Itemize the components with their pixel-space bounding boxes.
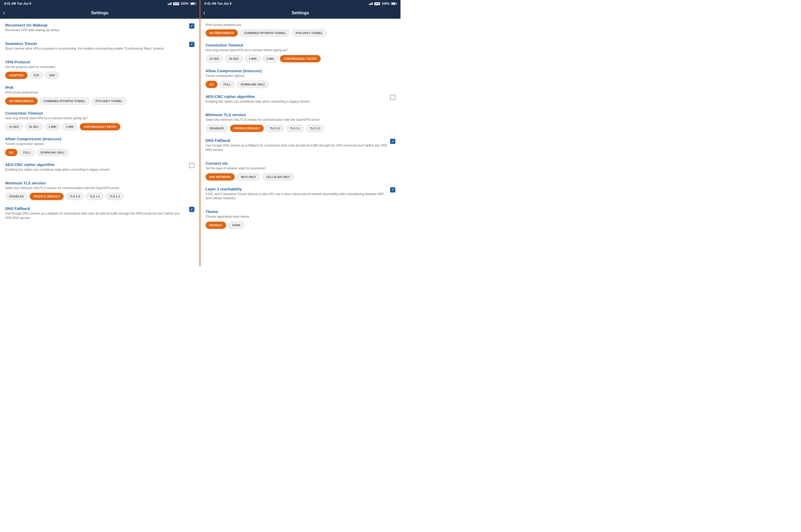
- setting-title-dns_fallback: DNS Fallback: [5, 206, 186, 211]
- setting-title-connect_via: Connect via: [206, 161, 395, 166]
- ipv6-top-label: IPv6 tunnel preferences: [206, 23, 395, 27]
- setting-content-dns_fallback: DNS FallbackUse Google DNS servers as a …: [206, 138, 390, 155]
- option-pill-2-min[interactable]: 2 MIN: [262, 55, 278, 62]
- setting-desc-seamless: Block Internet while VPN is paused or re…: [5, 46, 186, 51]
- setting-row-reconnect: Reconnect On WakeupReconnect VPN after w…: [5, 23, 194, 35]
- section-aes_cbc: AES-CBC cipher algorithmEnabling this op…: [5, 163, 194, 174]
- option-pill-dark[interactable]: DARK: [228, 222, 244, 229]
- nav-title-left: Settings: [91, 11, 108, 16]
- setting-title-theme: Theme: [206, 209, 395, 214]
- battery-icon-left: [190, 2, 195, 5]
- checkmark-icon: ✓: [391, 188, 394, 191]
- signal-bar-1: [168, 4, 168, 5]
- section-aes_cbc: AES-CBC cipher algorithmEnabling this op…: [206, 94, 395, 107]
- option-pill-tcp[interactable]: TCP: [30, 72, 43, 79]
- checkbox[interactable]: ✓: [390, 139, 395, 144]
- setting-title-aes_cbc: AES-CBC cipher algorithm: [206, 94, 387, 99]
- option-pill-1-min[interactable]: 1 MIN: [245, 55, 260, 62]
- option-pill-adaptive[interactable]: ADAPTIVE: [5, 72, 27, 79]
- option-pill-downlink-only[interactable]: DOWNLINK ONLY: [237, 81, 269, 88]
- option-pill-tls-1.0[interactable]: TLS 1.0: [66, 193, 84, 200]
- option-pill-continuously-retry[interactable]: CONTINUOUSLY RETRY: [280, 55, 321, 62]
- checkbox[interactable]: ✓: [189, 23, 194, 28]
- checkbox[interactable]: [390, 95, 395, 100]
- options-row: NO PREFERENCECOMBINED IPV4/IPV6 TUNNELIP…: [5, 97, 194, 105]
- option-pill-combined-ipv4/ipv6-tunnel[interactable]: COMBINED IPV4/IPV6 TUNNEL: [240, 30, 290, 37]
- option-pill-no[interactable]: NO: [5, 149, 17, 156]
- day-left: Tue Jan 9: [17, 2, 31, 5]
- option-pill-disabled[interactable]: DISABLED: [206, 125, 228, 132]
- setting-row-layer2: Layer 2 reachabilityIf ON, and if Seamle…: [206, 187, 395, 203]
- section-dns_fallback: DNS FallbackUse Google DNS servers as a …: [206, 138, 395, 155]
- option-pill-tls-1.1[interactable]: TLS 1.1: [286, 125, 304, 132]
- day-right: Tue Jan 9: [217, 2, 231, 5]
- setting-title-compression: Allow Compression (insecure): [5, 137, 194, 141]
- setting-desc-compression: Tunnel compression options: [5, 142, 194, 146]
- option-pill-10-sec[interactable]: 10 SEC: [206, 55, 223, 62]
- option-pill-full[interactable]: FULL: [220, 81, 235, 88]
- setting-desc-connect_via: Set the type of network used for connect…: [206, 166, 395, 171]
- setting-title-ipv6: IPv6: [5, 85, 194, 90]
- option-pill-profile-default[interactable]: PROFILE DEFAULT: [30, 193, 64, 200]
- checkbox[interactable]: [189, 163, 194, 168]
- option-pill-downlink-only[interactable]: DOWNLINK ONLY: [37, 149, 69, 156]
- option-pill-tls-1.2[interactable]: TLS 1.2: [106, 193, 124, 200]
- checkbox[interactable]: ✓: [189, 42, 194, 47]
- option-pill-full[interactable]: FULL: [19, 149, 35, 156]
- option-pill-tls-1.0[interactable]: TLS 1.0: [266, 125, 284, 132]
- option-pill-tls-1.2[interactable]: TLS 1.2: [306, 125, 324, 132]
- option-pill-tls-1.1[interactable]: TLS 1.1: [86, 193, 104, 200]
- time-right: 9:41 AM: [205, 2, 217, 5]
- setting-desc-dns_fallback: Use Google DNS servers as a fallback for…: [206, 144, 387, 152]
- signal-icon-right: [369, 2, 373, 5]
- option-pill-no[interactable]: NO: [206, 81, 218, 88]
- checkbox[interactable]: ✓: [189, 207, 194, 212]
- option-pill-continuously-retry[interactable]: CONTINUOUSLY RETRY: [80, 123, 120, 130]
- option-pill-udp[interactable]: UDP: [45, 72, 59, 79]
- checkbox[interactable]: ✓: [390, 187, 395, 192]
- options-row: 10 SEC30 SEC1 MIN2 MINCONTINUOUSLY RETRY: [206, 55, 395, 62]
- section-theme: ThemeChoose application color themeDEFAU…: [206, 209, 395, 229]
- option-pill-default[interactable]: DEFAULT: [206, 222, 226, 229]
- setting-title-connection_timeout: Connection Timeout: [5, 111, 194, 115]
- option-pill-profile-default[interactable]: PROFILE DEFAULT: [230, 125, 264, 132]
- option-pill-no-preference[interactable]: NO PREFERENCE: [5, 97, 38, 105]
- option-pill-30-sec[interactable]: 30 SEC: [25, 123, 43, 130]
- option-pill-1-min[interactable]: 1 MIN: [45, 123, 60, 130]
- section-seamless: Seamless TunnelBlock Internet while VPN …: [5, 41, 194, 54]
- option-pill-2-min[interactable]: 2 MIN: [62, 123, 77, 130]
- signal-bar-4: [171, 2, 171, 5]
- options-row: NOFULLDOWNLINK ONLY: [5, 149, 194, 156]
- status-time-right: 9:41 AM Tue Jan 9: [205, 2, 231, 5]
- option-pill-ipv4-only-tunnel[interactable]: IPV4-ONLY TUNNEL: [292, 30, 327, 37]
- option-pill-ipv4-only-tunnel[interactable]: IPV4-ONLY TUNNEL: [92, 97, 127, 105]
- signal-icon: [168, 2, 171, 5]
- option-pill-cellular-only[interactable]: CELLULAR ONLY: [262, 173, 294, 180]
- option-pill-any-network[interactable]: ANY NETWORK: [206, 173, 235, 180]
- time-left: 9:41 AM: [4, 2, 16, 5]
- option-pill-disabled[interactable]: DISABLED: [5, 193, 27, 200]
- battery-pct-left: 100%: [181, 2, 189, 5]
- setting-row-seamless: Seamless TunnelBlock Internet while VPN …: [5, 41, 194, 54]
- options-row: 10 SEC30 SEC1 MIN2 MINCONTINUOUSLY RETRY: [5, 123, 194, 130]
- checkmark-icon: ✓: [190, 43, 193, 46]
- nav-title-right: Settings: [292, 11, 309, 16]
- setting-desc-theme: Choose application color theme: [206, 214, 395, 219]
- section-dns_fallback: DNS FallbackUse Google DNS servers as a …: [5, 206, 194, 223]
- option-pill-10-sec[interactable]: 10 SEC: [5, 123, 23, 130]
- option-pill-no-preference[interactable]: NO PREFERENCE: [206, 30, 238, 37]
- setting-title-connection_timeout: Connection Timeout: [206, 43, 395, 47]
- signal-bar-2: [169, 3, 169, 5]
- setting-desc-reconnect: Reconnect VPN after waking up device: [5, 28, 186, 33]
- status-bar-left: 9:41 AM Tue Jan 9 VPN 100%: [0, 0, 200, 7]
- back-button-right[interactable]: ‹: [204, 10, 205, 16]
- setting-desc-layer2: If ON, and if Seamless Tunnel (above) is…: [206, 192, 387, 201]
- option-pill-wi-fi-only[interactable]: WI-FI ONLY: [237, 173, 260, 180]
- back-button-left[interactable]: ‹: [3, 10, 5, 16]
- option-pill-combined-ipv4/ipv6-tunnel[interactable]: COMBINED IPV4/IPV6 TUNNEL: [40, 97, 89, 105]
- battery-icon-right: [391, 2, 396, 5]
- setting-desc-min_tls: Select the minimum SSL/TLS version for c…: [206, 118, 395, 122]
- setting-content-dns_fallback: DNS FallbackUse Google DNS servers as a …: [5, 206, 189, 223]
- status-bar-right: 9:41 AM Tue Jan 9 VPN 100%: [200, 0, 401, 7]
- option-pill-30-sec[interactable]: 30 SEC: [225, 55, 243, 62]
